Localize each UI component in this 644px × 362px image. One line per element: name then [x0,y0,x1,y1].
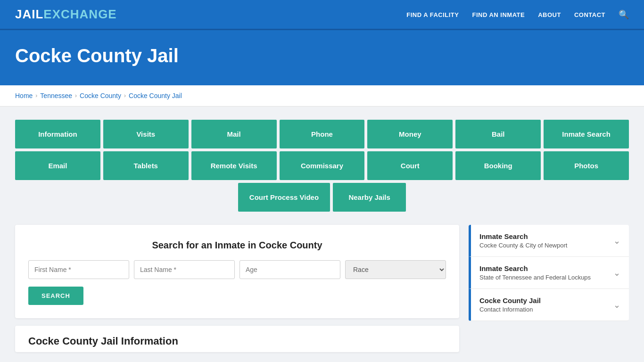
sidebar-item-0[interactable]: Inmate Search Cocke County & City of New… [469,225,629,257]
grid-btn-nearby-jails[interactable]: Nearby Jails [333,183,406,212]
grid-btn-visits[interactable]: Visits [103,120,189,148]
grid-btn-court-process-video[interactable]: Court Process Video [238,183,330,212]
sidebar-item-text-0: Inmate Search Cocke County & City of New… [479,232,567,249]
sidebar-item-title-1: Inmate Search [479,264,591,272]
nav-links: FIND A FACILITYFIND AN INMATEABOUTCONTAC… [406,9,629,20]
breadcrumb-item-3[interactable]: Cocke County Jail [129,92,182,99]
grid-btn-money[interactable]: Money [367,120,453,148]
nav-link-contact[interactable]: CONTACT [574,11,605,18]
grid-btn-remote-visits[interactable]: Remote Visits [191,151,277,180]
logo-exchange: EXCHANGE [43,7,116,22]
page-title: Cocke County Jail [15,45,629,66]
breadcrumb: Home›Tennessee›Cocke County›Cocke County… [15,92,629,99]
nav-link-find-a-facility[interactable]: FIND A FACILITY [406,11,459,18]
chevron-down-icon: ⌄ [613,268,620,278]
hero-section: Cocke County Jail [0,30,644,85]
grid-btn-tablets[interactable]: Tablets [103,151,189,180]
sidebar-item-text-2: Cocke County Jail Contact Information [479,296,541,313]
grid-btn-court[interactable]: Court [367,151,453,180]
breadcrumb-separator: › [75,92,77,99]
chevron-down-icon: ⌄ [613,300,620,310]
grid-btn-mail[interactable]: Mail [191,120,277,148]
sidebar-item-sub-2: Contact Information [479,306,541,313]
grid-btn-commissary[interactable]: Commissary [280,151,365,180]
sidebar-item-sub-1: State of Tennessee and Federal Lockups [479,274,591,281]
grid-btn-email[interactable]: Email [15,151,100,180]
site-logo[interactable]: JAIL EXCHANGE [15,7,117,22]
grid-btn-information[interactable]: Information [15,120,100,148]
breadcrumb-separator: › [124,92,126,99]
sidebar-item-title-2: Cocke County Jail [479,296,541,304]
breadcrumb-separator: › [35,92,37,99]
button-grid-row2: EmailTabletsRemote VisitsCommissaryCourt… [15,151,629,180]
search-button[interactable]: SEARCH [28,287,83,305]
breadcrumb-item-1[interactable]: Tennessee [40,92,72,99]
search-fields: RaceWhiteBlackHispanicAsianOther [28,260,446,279]
grid-btn-inmate-search[interactable]: Inmate Search [544,120,629,148]
breadcrumb-bar: Home›Tennessee›Cocke County›Cocke County… [0,85,644,107]
sidebar: Inmate Search Cocke County & City of New… [469,225,629,321]
navbar: JAIL EXCHANGE FIND A FACILITYFIND AN INM… [0,0,644,30]
info-title: Cocke County Jail Information [28,335,446,347]
last-name-input[interactable] [134,260,235,279]
sidebar-item-1[interactable]: Inmate Search State of Tennessee and Fed… [469,257,629,289]
sidebar-item-sub-0: Cocke County & City of Newport [479,242,567,249]
grid-btn-photos[interactable]: Photos [544,151,629,180]
first-name-input[interactable] [28,260,129,279]
chevron-down-icon: ⌄ [613,236,620,246]
main-content: InformationVisitsMailPhoneMoneyBailInmat… [0,107,644,362]
sidebar-item-title-0: Inmate Search [479,232,567,240]
logo-jail: JAIL [15,7,43,22]
search-title: Search for an Inmate in Cocke County [28,240,446,251]
breadcrumb-item-0[interactable]: Home [15,92,33,99]
left-column: Search for an Inmate in Cocke County Rac… [15,225,459,352]
search-icon-button[interactable]: 🔍 [619,9,629,20]
bottom-section: Search for an Inmate in Cocke County Rac… [15,225,629,352]
breadcrumb-item-2[interactable]: Cocke County [80,92,121,99]
age-input[interactable] [239,260,340,279]
info-preview: Cocke County Jail Information [15,326,459,352]
sidebar-item-text-1: Inmate Search State of Tennessee and Fed… [479,264,591,281]
button-grid-row1: InformationVisitsMailPhoneMoneyBailInmat… [15,120,629,148]
race-select[interactable]: RaceWhiteBlackHispanicAsianOther [345,260,446,279]
nav-link-about[interactable]: ABOUT [538,11,561,18]
search-panel: Search for an Inmate in Cocke County Rac… [15,225,459,318]
grid-btn-bail[interactable]: Bail [455,120,541,148]
grid-btn-phone[interactable]: Phone [280,120,365,148]
nav-link-find-an-inmate[interactable]: FIND AN INMATE [472,11,525,18]
button-grid-row3: Court Process VideoNearby Jails [15,183,629,212]
grid-btn-booking[interactable]: Booking [455,151,541,180]
sidebar-item-2[interactable]: Cocke County Jail Contact Information ⌄ [469,289,629,321]
